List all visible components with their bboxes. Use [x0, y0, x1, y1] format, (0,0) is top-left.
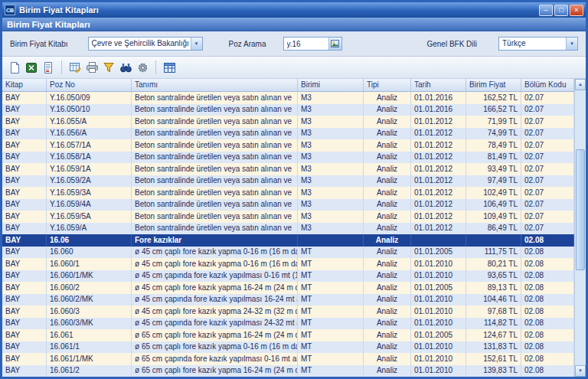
cell-birim: M3 [298, 211, 364, 223]
table-row[interactable]: BAY16.06Fore kazıklarAnaliz02.08 [2, 234, 574, 247]
poz-search-input[interactable] [284, 38, 328, 50]
column-header[interactable]: Kitap [2, 79, 47, 91]
cell-fiyat: 93,65 TL [466, 270, 521, 283]
cell-tanim: Beton santralinde üretilen veya satın al… [132, 187, 298, 199]
scrollbar-thumb[interactable] [576, 149, 585, 270]
page-title: Birim Fiyat Kitapları [2, 18, 586, 31]
table-row[interactable]: BAYY.16.050/09Beton santralinde üretilen… [2, 92, 574, 104]
column-header[interactable]: Tipi [364, 79, 411, 91]
settings-button[interactable] [135, 60, 150, 75]
table-row[interactable]: BAYY.16.050/10Beton santralinde üretilen… [2, 104, 574, 116]
table-row[interactable]: BAY16.060/2/MKø 45 cm çapında fore kazık… [2, 294, 574, 306]
table-row[interactable]: BAY16.060/3/MKø 45 cm çapında fore kazık… [2, 318, 574, 330]
cell-birim: MT [298, 247, 364, 259]
table-row[interactable]: BAY16.060ø 45 cm çaplı fore kazık yapma … [2, 247, 574, 259]
cell-birim: M3 [298, 128, 364, 140]
new-document-icon [9, 62, 20, 74]
cell-tarih: 01.01.2012 [411, 223, 466, 235]
table-row[interactable]: BAY16.061ø 65 cm çaplı fore kazık yapma … [2, 329, 574, 341]
cell-birim: M3 [298, 199, 364, 211]
table-row[interactable]: BAY16.061/1ø 65 cm çaplı fore kazık yapm… [2, 341, 574, 354]
cell-tanim: ø 45 cm çaplı fore kazık yapma 24-32 m (… [132, 305, 298, 318]
cell-tanim: ø 65 cm çapında fore kazık yapılması 0-1… [132, 353, 298, 365]
column-header[interactable]: Birimi [298, 79, 364, 91]
cell-fiyat: 89,13 TL [466, 282, 521, 294]
cell-tip: Analiz [364, 223, 411, 235]
table-row[interactable]: BAYY.16.056/ABeton santralinde üretilen … [2, 128, 574, 140]
cell-kitap: BAY [2, 187, 47, 199]
scroll-up-button[interactable]: ▲ [575, 79, 586, 90]
minimize-button[interactable]: – [539, 5, 553, 16]
cell-kitap: BAY [2, 365, 47, 377]
maximize-button[interactable]: □ [554, 5, 568, 16]
cell-kitap: BAY [2, 234, 47, 247]
titlebar: CB Birim Fiyat Kitapları – □ × [2, 2, 586, 18]
table-row[interactable]: BAYY.16.059/ABeton santralinde üretilen … [2, 223, 574, 235]
cell-poz: Y.16.050/09 [47, 92, 132, 104]
cell-poz: 16.061 [47, 329, 132, 341]
cell-tanim: ø 65 cm çaplı fore kazık yapma 0-16 m (1… [132, 341, 298, 354]
cell-kitap: BAY [2, 282, 47, 294]
table-row[interactable]: BAYY.16.058/1ABeton santralinde üretilen… [2, 152, 574, 164]
table-row[interactable]: BAYY.16.059/3ABeton santralinde üretilen… [2, 187, 574, 199]
column-header[interactable]: Bölüm Kodu [521, 79, 574, 91]
table-row[interactable]: BAY16.060/1ø 45 cm çaplı fore kazık yapm… [2, 258, 574, 270]
column-header[interactable]: Tanımı [132, 79, 298, 91]
language-dropdown[interactable]: Türkçe ▼ [498, 37, 578, 51]
cell-bolum: 02.08 [521, 247, 574, 259]
cell-birim: M3 [298, 223, 364, 235]
table-view-button[interactable] [162, 60, 177, 75]
cell-birim: M3 [298, 175, 364, 188]
table-row[interactable]: BAYY.16.059/2ABeton santralinde üretilen… [2, 175, 574, 188]
cell-tanim: ø 45 cm çapında fore kazık yapılması 0-1… [132, 270, 298, 283]
cell-tarih: 01.01.2010 [411, 341, 466, 354]
table-row[interactable]: BAYY.16.057/1ABeton santralinde üretilen… [2, 139, 574, 152]
table-row[interactable]: BAYY.16.055/ABeton santralinde üretilen … [2, 116, 574, 128]
table-row[interactable]: BAY16.060/2ø 45 cm çaplı fore kazık yapm… [2, 282, 574, 294]
cell-fiyat: 124,67 TL [466, 329, 521, 341]
cell-birim: MT [298, 318, 364, 330]
filter-button[interactable] [101, 60, 116, 75]
cell-kitap: BAY [2, 139, 47, 152]
cell-tanim: ø 45 cm çaplı fore kazık yapma 0-16 m (1… [132, 258, 298, 270]
print-icon [87, 62, 98, 73]
cell-bolum: 02.07 [521, 175, 574, 188]
grid-edit-button[interactable] [67, 60, 83, 75]
cell-tanim: Beton santralinde üretilen veya satın al… [132, 152, 298, 164]
cell-tip: Analiz [364, 247, 411, 259]
cell-tarih: 01.01.2005 [411, 329, 466, 341]
cell-kitap: BAY [2, 341, 47, 354]
report-document-button[interactable] [41, 60, 56, 75]
report-document-icon [43, 62, 54, 74]
chevron-down-icon[interactable]: ▼ [566, 38, 577, 50]
vertical-scrollbar[interactable]: ▲ ▼ [574, 79, 586, 377]
cell-birim: MT [298, 365, 364, 377]
poz-search-picker-button[interactable] [328, 38, 341, 50]
table-row[interactable]: BAY16.060/1/MKø 45 cm çapında fore kazık… [2, 270, 574, 283]
table-row[interactable]: BAYY.16.059/1ABeton santralinde üretilen… [2, 163, 574, 175]
column-header[interactable]: Tarih [411, 79, 466, 91]
cell-kitap: BAY [2, 305, 47, 318]
table-row[interactable]: BAY16.061/2ø 65 cm çaplı fore kazık yapm… [2, 365, 574, 377]
new-document-button[interactable] [7, 60, 22, 75]
cell-kitap: BAY [2, 258, 47, 270]
close-button[interactable]: × [570, 5, 583, 16]
column-header[interactable]: Birim Fiyat [466, 79, 521, 91]
column-header[interactable]: Poz No [47, 79, 132, 91]
print-button[interactable] [84, 60, 100, 75]
table-row[interactable]: BAYY.16.059/4ABeton santralinde üretilen… [2, 199, 574, 211]
table-row[interactable]: BAY16.061/1/MKø 65 cm çapında fore kazık… [2, 353, 574, 365]
scroll-down-button[interactable]: ▼ [575, 365, 586, 377]
app-icon: CB [5, 5, 15, 15]
cell-tanim: ø 65 cm çaplı fore kazık yapma 16-24 m (… [132, 365, 298, 377]
search-button[interactable] [118, 60, 133, 75]
cell-birim [298, 234, 364, 247]
cell-tanim: ø 65 cm çaplı fore kazık yapma 16-24 m (… [132, 329, 298, 341]
cell-poz: Y.16.059/2A [47, 175, 132, 188]
excel-export-button[interactable] [24, 60, 39, 75]
chevron-down-icon[interactable]: ▼ [191, 38, 202, 50]
table-row[interactable]: BAY16.060/3ø 45 cm çaplı fore kazık yapm… [2, 305, 574, 318]
book-dropdown[interactable]: Çevre ve Şehircilik Bakanlığı ▼ [88, 37, 203, 51]
table-row[interactable]: BAYY.16.059/5ABeton santralinde üretilen… [2, 211, 574, 223]
window-title: Birim Fiyat Kitapları [19, 5, 535, 15]
